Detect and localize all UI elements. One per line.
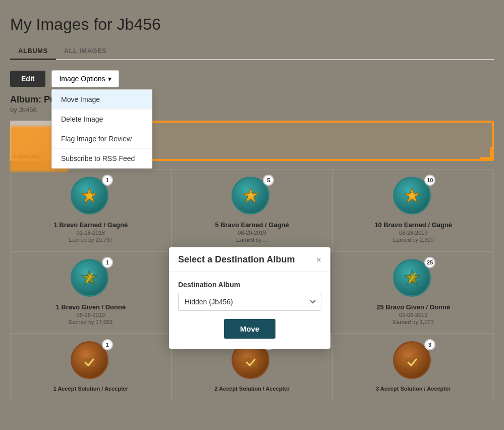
dropdown-item-flag-image[interactable]: Flag Image for Review (52, 129, 152, 149)
badge-given-icon-3 (78, 267, 100, 289)
badge-cell-2: 10 10 Bravo Earned / Gagné 08-28-2019 Ea… (332, 169, 494, 251)
badge-title-5: 25 Bravo Given / Donné (376, 303, 450, 311)
badge-accept-icon-8 (401, 349, 423, 371)
badge-date-3: 08-28-2019 (77, 312, 105, 318)
page-background: My Images for Jb456 ALBUMS ALL IMAGES Ed… (0, 0, 504, 430)
badge-icon-wrap-2: 10 (393, 177, 433, 217)
badge-star-icon-1 (240, 185, 262, 207)
badge-cell-3: 1 1 Bravo Given / Donné 08-28-2019 Earne… (10, 251, 172, 334)
move-button[interactable]: Move (224, 319, 275, 339)
edit-button[interactable]: Edit (10, 71, 45, 87)
badge-cell-6: 1 1 Accept Solution / Accepter (10, 334, 172, 401)
badge-count-bubble-2: 10 (424, 175, 435, 186)
badge-accept-icon-6 (78, 349, 100, 371)
dropdown-arrow-icon: ▾ (108, 75, 111, 83)
badge-accept-icon-7 (240, 349, 262, 371)
toolbar: Edit Image Options ▾ Move Image Delete I… (10, 70, 494, 87)
dropdown-item-subscribe-rss[interactable]: Subscribe to RSS Feed (52, 149, 152, 168)
badge-date-0: 01-18-2018 (77, 230, 105, 236)
badge-date-1: 08-20-2019 (238, 230, 266, 236)
badge-cell-5: 25 25 Bravo Given / Donné 09-06-2019 Ear… (332, 251, 494, 334)
modal-title: Select a Destination Album (178, 254, 295, 265)
badge-icon-wrap-5: 25 (393, 259, 433, 299)
badge-cell-1: 5 5 Bravo Earned / Gagné 08-20-2019 Earn… (172, 169, 333, 251)
image-options-label: Image Options (59, 75, 105, 83)
tabs-bar: ALBUMS ALL IMAGES (10, 43, 494, 60)
modal-select-album: Select a Destination Album × Destination… (169, 247, 330, 349)
badge-cell-0: 1 1 Bravo Earned / Gagné 01-18-2018 Earn… (10, 169, 172, 251)
modal-close-button[interactable]: × (316, 255, 321, 264)
modal-header: Select a Destination Album × (169, 247, 330, 272)
badge-earned-2: Earned by 2,300 (393, 237, 434, 243)
badge-star-icon-2 (401, 185, 423, 207)
badge-title-3: 1 Bravo Given / Donné (55, 303, 126, 311)
destination-album-select[interactable]: Hidden (Jb456) Public (Jb456) (178, 293, 321, 311)
badge-count-bubble-1: 5 (263, 175, 274, 186)
badge-icon-wrap-1: 5 (232, 177, 272, 217)
badge-cell-8: 3 3 Accept Solution / Accepter (332, 334, 494, 401)
badge-icon-wrap-8: 3 (393, 341, 433, 382)
badge-title-0: 1 Bravo Earned / Gagné (53, 221, 128, 229)
badge-count-bubble-3: 1 (102, 257, 113, 268)
badge-date-2: 08-28-2019 (399, 230, 427, 236)
badge-icon-wrap-6: 1 (71, 341, 111, 382)
badge-icon-wrap-0: 1 (71, 177, 111, 217)
badge-count-bubble-6: 1 (102, 339, 113, 350)
badge-earned-3: Earned by 17,063 (69, 319, 113, 325)
dropdown-item-move-image[interactable]: Move Image (52, 90, 152, 110)
badge-earned-0: Earned by 20,797 (69, 237, 113, 243)
tab-albums[interactable]: ALBUMS (10, 43, 56, 60)
badge-icon-wrap-3: 1 (71, 259, 111, 299)
badge-count-bubble-0: 1 (102, 175, 113, 186)
badge-star-icon-0 (78, 185, 100, 207)
badge-title-1: 5 Bravo Earned / Gagné (215, 221, 289, 229)
badge-title-8: 3 Accept Solution / Accepter (376, 386, 451, 392)
badge-title-6: 1 Accept Solution / Accepter (53, 386, 128, 392)
badge-count-bubble-8: 3 (424, 339, 435, 350)
tab-all-images[interactable]: ALL IMAGES (56, 43, 115, 60)
page-title: My Images for Jb456 (10, 15, 494, 34)
badge-count-bubble-5: 25 (424, 257, 435, 268)
modal-field-label: Destination Album (178, 281, 321, 289)
dropdown-menu: Move Image Delete Image Flag Image for R… (51, 89, 152, 169)
image-options-button[interactable]: Image Options ▾ (51, 70, 119, 87)
badge-title-7: 2 Accept Solution / Accepter (214, 386, 289, 392)
badge-date-5: 09-06-2019 (399, 312, 427, 318)
modal-body: Destination Album Hidden (Jb456) Public … (169, 272, 330, 349)
badge-earned-1: Earned by ... (236, 237, 267, 243)
dropdown-item-delete-image[interactable]: Delete Image (52, 110, 152, 129)
badge-given-icon-5 (401, 267, 423, 289)
badge-earned-5: Earned by 1,073 (393, 319, 434, 325)
badge-title-2: 10 Bravo Earned / Gagné (374, 221, 452, 229)
